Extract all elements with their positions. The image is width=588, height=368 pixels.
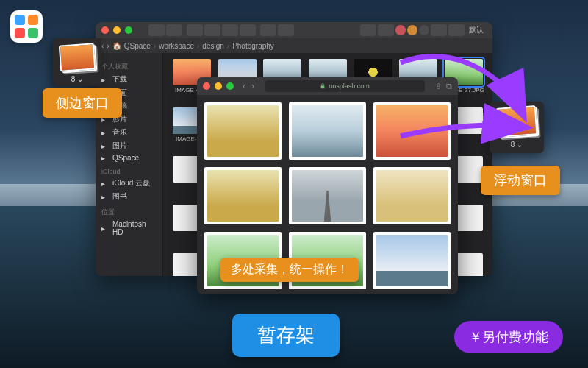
lock-icon [320, 83, 326, 89]
tag-pill[interactable] [395, 25, 406, 35]
gallery-image [207, 170, 279, 222]
sidebar-section-header: iCloud [101, 168, 158, 175]
gallery-image [207, 105, 279, 157]
window-titlebar[interactable]: 默认 [96, 22, 492, 38]
music-icon: ▸ [101, 129, 110, 137]
sidebar-item[interactable]: ▸图书 [100, 190, 158, 203]
side-shelf-panel[interactable]: 8 ⌄ [53, 38, 101, 86]
callout-side-window: 侧边窗口 [43, 88, 122, 118]
app-logo [10, 10, 43, 43]
toolbar-button[interactable] [448, 24, 465, 36]
gallery-cell[interactable] [204, 167, 282, 224]
gallery-cell[interactable] [204, 102, 282, 160]
shelf-count[interactable]: 8 ⌄ [71, 75, 83, 83]
toolbar-button[interactable] [431, 24, 447, 36]
download-icon: ▸ [101, 76, 110, 84]
paid-feature-badge: ￥另付费功能 [454, 321, 563, 353]
sidebar-item[interactable]: ▸QSpace [100, 152, 158, 163]
zoom-icon[interactable] [125, 26, 132, 34]
sidebar-item-label: 图书 [112, 191, 127, 202]
forward-icon: › [251, 81, 254, 91]
sidebar: 个人收藏▸下载▸桌面▸文稿▸影片▸音乐▸图片▸QSpaceiCloud▸iClo… [96, 53, 163, 276]
gallery-image [376, 235, 448, 286]
folder-icon: ▸ [101, 154, 110, 162]
gallery-cell[interactable] [289, 102, 366, 160]
shelf-title-button: 暂存架 [232, 314, 340, 357]
gallery-cell[interactable] [373, 232, 451, 289]
nav-fwd-icon[interactable]: › [107, 42, 109, 50]
minimize-icon[interactable] [113, 26, 121, 34]
gallery-cell[interactable] [289, 167, 366, 224]
gallery-image [376, 170, 448, 222]
sidebar-item-label: 图片 [112, 141, 127, 151]
tag-pill[interactable] [419, 25, 429, 35]
crumb[interactable]: QSpace [124, 42, 151, 50]
sidebar-item[interactable]: ▸下载 [100, 73, 158, 86]
sidebar-section-header: 位置 [101, 208, 158, 217]
sidebar-item-label: Macintosh HD [112, 220, 157, 236]
toolbar-button[interactable] [360, 24, 376, 36]
sidebar-item[interactable]: ▸Macintosh HD [100, 219, 158, 238]
zoom-icon[interactable] [226, 82, 234, 90]
nav-back-forward[interactable] [148, 24, 182, 36]
toolbar-profile-label[interactable]: 默认 [466, 25, 487, 35]
crumb[interactable]: design [202, 42, 223, 50]
address-text: unsplash.com [329, 82, 370, 90]
sidebar-item[interactable]: ▸iCloud 云盘 [100, 177, 158, 190]
browser-nav[interactable]: ‹› [243, 81, 254, 91]
nav-back-icon[interactable]: ‹ [101, 42, 104, 50]
view-mode-buttons[interactable] [187, 24, 256, 36]
tag-pill[interactable] [407, 25, 417, 35]
back-icon: ‹ [243, 81, 245, 91]
close-icon[interactable] [101, 26, 109, 34]
close-icon[interactable] [203, 82, 210, 90]
minimize-icon[interactable] [215, 82, 222, 90]
sidebar-item-label: iCloud 云盘 [112, 178, 150, 188]
shelf-stack-icon [59, 43, 96, 71]
sidebar-item-label: QSpace [112, 154, 139, 162]
crumb[interactable]: Photography [232, 42, 274, 50]
sidebar-item[interactable]: ▸图片 [100, 139, 158, 152]
layout-buttons[interactable] [260, 24, 294, 36]
gallery-image [292, 170, 363, 222]
sidebar-item-label: 音乐 [112, 127, 127, 138]
disk-icon: ▸ [101, 224, 110, 233]
gallery-image [292, 105, 363, 157]
gallery-cell[interactable] [373, 167, 451, 224]
book-icon: ▸ [101, 193, 110, 201]
breadcrumb[interactable]: ‹ › 🏠 QSpace› workspace› design› Photogr… [96, 38, 492, 53]
cloud-icon: ▸ [101, 180, 110, 188]
toolbar-button[interactable] [378, 24, 394, 36]
crumb[interactable]: workspace [159, 42, 194, 50]
callout-float-window: 浮动窗口 [481, 166, 560, 195]
arrow-to-float-2 [397, 118, 537, 155]
sidebar-item-label: 下载 [112, 74, 127, 85]
callout-collect: 多处采集，统一操作！ [220, 258, 359, 282]
sidebar-item[interactable]: ▸音乐 [100, 126, 158, 139]
sidebar-section-header: 个人收藏 [101, 62, 158, 71]
image-icon: ▸ [101, 142, 110, 150]
svg-rect-0 [321, 85, 325, 88]
